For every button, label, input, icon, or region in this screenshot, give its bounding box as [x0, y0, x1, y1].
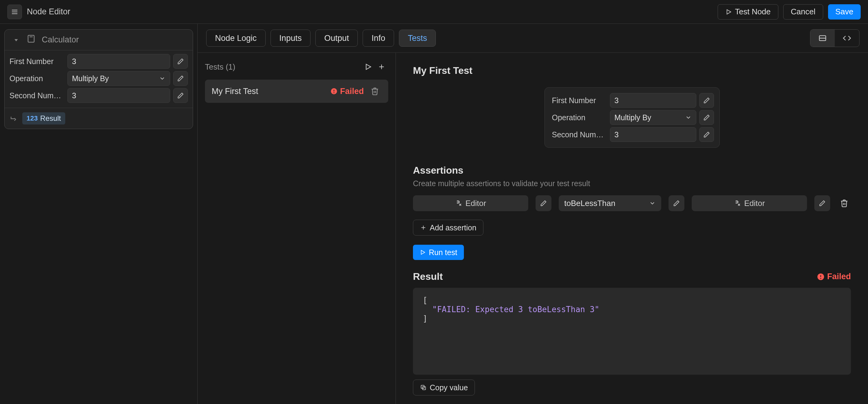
detail-second-number-label: Second Num…: [552, 130, 607, 139]
svg-rect-28: [421, 385, 424, 388]
play-icon: [364, 63, 372, 71]
second-number-edit[interactable]: [173, 88, 188, 103]
detail-second-number-value[interactable]: 3: [610, 127, 696, 142]
save-button[interactable]: Save: [828, 4, 861, 20]
detail-second-number: Second Num… 3: [552, 127, 714, 142]
detail-operation-select[interactable]: Multiply By: [610, 110, 696, 125]
detail-operation-label: Operation: [552, 113, 607, 122]
svg-point-18: [331, 88, 337, 94]
svg-rect-27: [423, 386, 426, 389]
detail-operation-edit[interactable]: [699, 110, 714, 125]
svg-rect-13: [819, 36, 826, 40]
trash-icon: [371, 87, 379, 95]
run-test-button[interactable]: Run test: [413, 245, 464, 260]
svg-point-26: [820, 278, 821, 279]
right-area: Node Logic Inputs Output Info Tests Test…: [198, 24, 868, 404]
operation-value-text: Multiply By: [72, 74, 109, 83]
run-test-label: Run test: [429, 248, 457, 257]
assertion-row: Editor toBeLessThan Editor: [413, 195, 851, 211]
assertion-right-edit[interactable]: [814, 195, 830, 211]
tab-node-logic[interactable]: Node Logic: [206, 30, 266, 47]
view-code-button[interactable]: [835, 30, 859, 47]
assertion-right-editor[interactable]: Editor: [692, 195, 807, 211]
view-panel-button[interactable]: [810, 30, 835, 47]
result-status: Failed: [817, 272, 851, 281]
field-operation: Operation Multiply By: [9, 71, 188, 86]
code-string: "FAILED: Expected 3 toBeLessThan 3": [432, 305, 599, 314]
detail-second-number-edit[interactable]: [699, 127, 714, 142]
top-bar: Node Editor Test Node Cancel Save: [0, 0, 868, 24]
test-inputs-card: First Number 3 Operation Multiply By: [545, 87, 720, 148]
copy-value-label: Copy value: [430, 383, 468, 392]
first-number-value[interactable]: 3: [67, 54, 170, 69]
tab-inputs[interactable]: Inputs: [271, 30, 311, 47]
pencil-icon: [177, 92, 184, 99]
panel-icon: [818, 34, 827, 42]
node-card-body: First Number 3 Operation Multiply By: [5, 50, 193, 108]
pencil-icon: [703, 131, 710, 138]
assertions-title: Assertions: [413, 165, 851, 176]
assertion-comparator[interactable]: toBeLessThan: [559, 195, 661, 211]
second-number-label: Second Num…: [9, 91, 64, 100]
operation-edit[interactable]: [173, 71, 188, 86]
test-item-status: Failed: [330, 87, 364, 96]
cancel-button[interactable]: Cancel: [783, 4, 823, 20]
node-card-footer: 123 Result: [5, 108, 193, 129]
collapse-toggle[interactable]: [12, 36, 21, 44]
test-node-button[interactable]: Test Node: [718, 4, 778, 20]
second-number-value[interactable]: 3: [67, 88, 170, 103]
caret-down-icon: [13, 37, 20, 43]
add-test-button[interactable]: [375, 60, 388, 74]
svg-marker-15: [366, 64, 371, 69]
detail-operation: Operation Multiply By: [552, 110, 714, 125]
operation-label: Operation: [9, 74, 64, 83]
svg-marker-4: [14, 39, 18, 41]
detail-first-number-text: 3: [615, 96, 619, 105]
return-arrow-icon: [10, 114, 18, 122]
test-node-label: Test Node: [735, 7, 771, 17]
delete-assertion-button[interactable]: [837, 197, 851, 210]
plus-icon: [378, 63, 385, 71]
run-all-tests-button[interactable]: [362, 60, 375, 74]
assertion-left-editor[interactable]: Editor: [413, 195, 528, 211]
tab-output[interactable]: Output: [315, 30, 358, 47]
assertion-left-edit[interactable]: [535, 195, 551, 211]
node-card: Calculator First Number 3 Operation Mult…: [4, 29, 193, 129]
assertion-comparator-edit[interactable]: [669, 195, 684, 211]
pencil-icon: [673, 200, 680, 207]
delete-test-button[interactable]: [368, 85, 381, 98]
left-panel: Calculator First Number 3 Operation Mult…: [0, 24, 198, 404]
result-chip[interactable]: 123 Result: [22, 112, 65, 124]
tab-info[interactable]: Info: [363, 30, 394, 47]
copy-icon: [420, 384, 427, 391]
play-icon: [725, 8, 732, 15]
add-assertion-button[interactable]: Add assertion: [413, 220, 484, 236]
calculator-icon: [27, 34, 36, 43]
pencil-icon: [819, 200, 826, 207]
result-code-block: [ "FAILED: Expected 3 toBeLessThan 3" ]: [413, 288, 851, 375]
first-number-edit[interactable]: [173, 54, 188, 69]
detail-first-number-edit[interactable]: [699, 93, 714, 108]
first-number-text: 3: [72, 57, 76, 66]
second-number-text: 3: [72, 91, 76, 100]
assertions-subtitle: Create multiple assertions to validate y…: [413, 179, 851, 188]
tab-tests[interactable]: Tests: [399, 30, 436, 47]
svg-rect-5: [28, 35, 34, 42]
assertion-right-label: Editor: [744, 199, 765, 208]
svg-marker-23: [421, 250, 425, 254]
code-close: ]: [423, 314, 428, 323]
play-icon: [420, 249, 426, 255]
pencil-icon: [177, 58, 184, 65]
detail-first-number-value[interactable]: 3: [610, 93, 696, 108]
test-detail-pane: My First Test First Number 3 Operation M…: [396, 53, 868, 404]
field-first-number: First Number 3: [9, 54, 188, 69]
code-icon: [843, 34, 851, 42]
menu-button[interactable]: [7, 5, 22, 19]
trash-icon: [840, 199, 848, 207]
pencil-icon: [540, 200, 547, 207]
operation-select[interactable]: Multiply By: [67, 71, 170, 86]
test-list-item[interactable]: My First Test Failed: [205, 80, 388, 103]
copy-value-button[interactable]: Copy value: [413, 380, 475, 396]
error-icon: [817, 273, 825, 281]
chevron-down-icon: [685, 114, 692, 121]
